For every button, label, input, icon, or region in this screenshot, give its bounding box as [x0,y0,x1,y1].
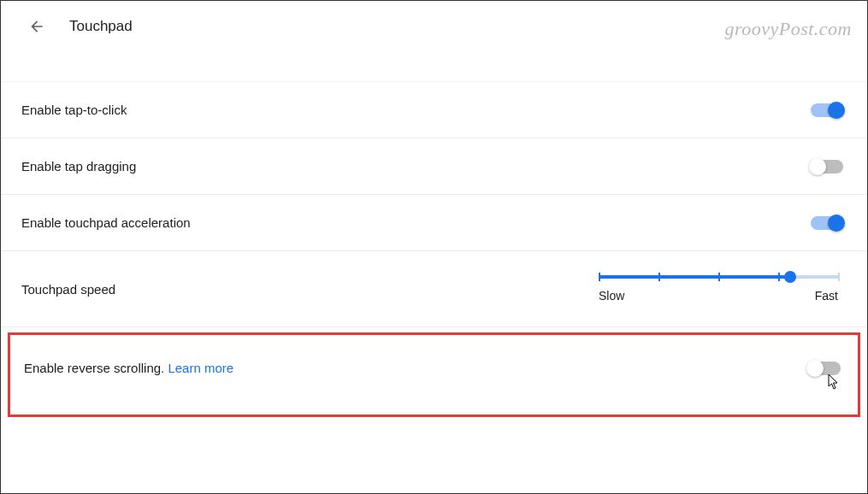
learn-more-link[interactable]: Learn more [168,361,233,375]
page-title: Touchpad [69,18,133,35]
toggle-knob [806,360,824,377]
setting-label: Enable tap dragging [21,159,136,173]
slider-knob[interactable] [784,271,796,283]
slider-labels: Slow Fast [599,289,838,303]
slider-track[interactable] [599,275,838,279]
toggle-knob [828,215,845,232]
setting-touchpad-acceleration: Enable touchpad acceleration [1,195,867,251]
toggle-tap-dragging[interactable] [811,160,843,173]
toggle-knob [809,158,826,175]
reverse-scrolling-text: Enable reverse scrolling. [24,361,168,375]
toggle-knob [828,102,845,119]
setting-tap-to-click: Enable tap-to-click [1,81,867,138]
cursor-icon [827,373,841,391]
slider-max-label: Fast [815,289,838,303]
slider-min-label: Slow [599,289,624,303]
setting-label: Enable reverse scrolling. Learn more [24,361,233,375]
setting-reverse-scrolling-highlighted: Enable reverse scrolling. Learn more [8,332,860,417]
setting-label: Enable touchpad acceleration [21,215,191,230]
setting-label: Touchpad speed [21,282,115,297]
toggle-touchpad-acceleration[interactable] [811,216,843,230]
settings-list: Enable tap-to-click Enable tap dragging … [1,81,867,417]
toggle-tap-to-click[interactable] [811,103,843,117]
back-arrow-icon[interactable] [27,16,47,37]
setting-tap-dragging: Enable tap dragging [1,138,867,195]
watermark-text: groovyPost.com [724,18,852,40]
setting-label: Enable tap-to-click [21,103,127,117]
setting-touchpad-speed: Touchpad speed Slow Fast [1,251,867,327]
slider-container: Slow Fast [599,275,838,303]
